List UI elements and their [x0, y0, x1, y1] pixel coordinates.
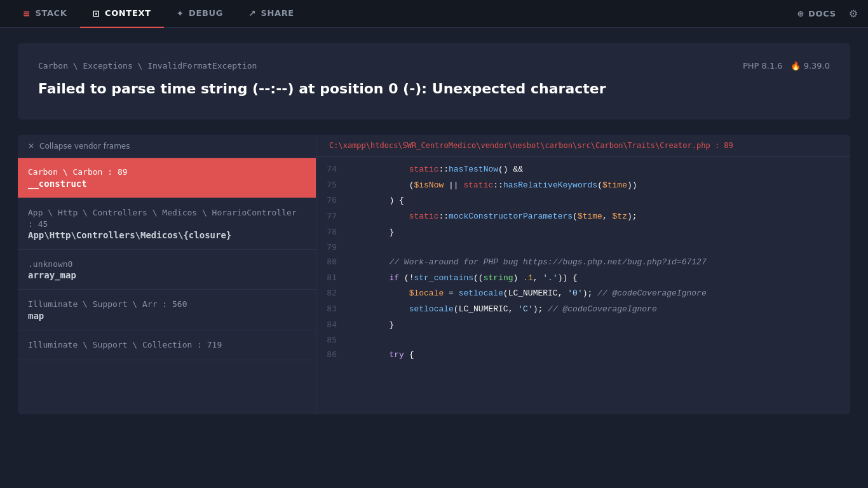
- code-line-74: 74 static::hasTestNow() &&: [316, 162, 850, 178]
- code-view[interactable]: 74 static::hasTestNow() &&75 ($isNow || …: [316, 157, 850, 414]
- code-line-75: 75 ($isNow || static::hasRelativeKeyword…: [316, 178, 850, 194]
- stack-frame-0[interactable]: Carbon \ Carbon : 89 __construct: [18, 158, 316, 198]
- code-line-79: 79: [316, 241, 850, 255]
- nav-left: ≡ STACK ⊡ CONTEXT ✦ DEBUG ↗ SHARE: [10, 0, 797, 28]
- gear-icon: ⚙: [849, 8, 858, 20]
- frame-class-3: Illuminate \ Support \ Arr : 560: [28, 299, 306, 310]
- php-version: PHP 8.1.6: [743, 61, 783, 71]
- code-line-86: 86 try {: [316, 348, 850, 363]
- exception-header: Carbon \ Exceptions \ InvalidFormatExcep…: [38, 61, 830, 71]
- line-code: try {: [349, 349, 414, 362]
- frame-method-3: map: [28, 311, 306, 321]
- stack-frame-3[interactable]: Illuminate \ Support \ Arr : 560 map: [18, 290, 316, 330]
- nav-stack[interactable]: ≡ STACK: [10, 0, 80, 28]
- stack-frame-1[interactable]: App \ Http \ Controllers \ Medicos \ Hor…: [18, 198, 316, 250]
- code-line-81: 81 if (!str_contains((string) .1, '.')) …: [316, 271, 850, 287]
- frame-class-0: Carbon \ Carbon : 89: [28, 167, 306, 177]
- nav-context-label: CONTEXT: [105, 8, 151, 18]
- stack-frame-2[interactable]: .unknown0 array_map: [18, 250, 316, 290]
- docs-label: DOCS: [808, 9, 836, 18]
- docs-icon: ⊕: [797, 9, 805, 18]
- line-number: 86: [316, 349, 349, 359]
- line-number: 80: [316, 257, 349, 266]
- code-line-76: 76 ) {: [316, 193, 850, 209]
- line-number: 84: [316, 320, 349, 329]
- line-code: $locale = setlocale(LC_NUMERIC, '0'); //…: [349, 287, 707, 301]
- frame-method-0: __construct: [28, 179, 306, 189]
- file-path-text: C:\xampp\htdocs\SWR_CentroMedico\vendor\…: [329, 141, 733, 150]
- line-number: 75: [316, 180, 349, 189]
- line-number: 77: [316, 211, 349, 220]
- share-icon: ↗: [248, 8, 256, 18]
- frame-method-1: App\Http\Controllers\Medicos\{closure}: [28, 230, 306, 240]
- collapse-x-icon: ✕: [28, 142, 34, 151]
- nav-stack-label: STACK: [35, 8, 67, 18]
- split-panel: ✕ Collapse vendor frames Carbon \ Carbon…: [18, 135, 850, 414]
- docs-button[interactable]: ⊕ DOCS: [797, 9, 836, 18]
- line-code: static::hasTestNow() &&: [349, 163, 523, 177]
- line-code: // Work-around for PHP bug https://bugs.…: [349, 256, 707, 269]
- main-area: Carbon \ Exceptions \ InvalidFormatExcep…: [0, 28, 868, 430]
- line-number: 83: [316, 304, 349, 313]
- stack-frames-panel: ✕ Collapse vendor frames Carbon \ Carbon…: [18, 135, 316, 414]
- collapse-vendor-button[interactable]: ✕ Collapse vendor frames: [18, 135, 316, 158]
- version-info: PHP 8.1.6 🔥 9.39.0: [743, 61, 830, 71]
- line-code: }: [349, 319, 394, 332]
- nav-right: ⊕ DOCS ⚙: [797, 8, 858, 20]
- code-line-82: 82 $locale = setlocale(LC_NUMERIC, '0');…: [316, 286, 850, 302]
- line-number: 76: [316, 195, 349, 205]
- exception-path: Carbon \ Exceptions \ InvalidFormatExcep…: [38, 61, 257, 71]
- stack-icon: ≡: [23, 8, 31, 18]
- line-code: if (!str_contains((string) .1, '.')) {: [349, 272, 578, 285]
- line-code: }: [349, 226, 394, 240]
- line-number: 78: [316, 227, 349, 236]
- line-number: 82: [316, 288, 349, 297]
- ignition-version-text: 9.39.0: [804, 61, 830, 71]
- nav-context[interactable]: ⊡ CONTEXT: [80, 0, 164, 28]
- ignition-icon: 🔥: [790, 61, 801, 71]
- line-number: 79: [316, 242, 349, 252]
- code-line-84: 84 }: [316, 318, 850, 334]
- top-navigation: ≡ STACK ⊡ CONTEXT ✦ DEBUG ↗ SHARE ⊕ DOCS…: [0, 0, 868, 28]
- code-line-83: 83 setlocale(LC_NUMERIC, 'C'); // @codeC…: [316, 302, 850, 318]
- context-icon: ⊡: [93, 8, 100, 18]
- line-number: 85: [316, 335, 349, 344]
- debug-icon: ✦: [177, 8, 184, 18]
- frame-class-1: App \ Http \ Controllers \ Medicos \ Hor…: [28, 207, 306, 230]
- settings-button[interactable]: ⚙: [849, 8, 858, 20]
- nav-debug[interactable]: ✦ DEBUG: [164, 0, 236, 28]
- line-code: ($isNow || static::hasRelativeKeywords($…: [349, 179, 637, 193]
- nav-debug-label: DEBUG: [189, 8, 223, 18]
- code-line-80: 80 // Work-around for PHP bug https://bu…: [316, 255, 850, 271]
- line-code: ) {: [349, 194, 404, 208]
- frame-class-4: Illuminate \ Support \ Collection : 719: [28, 339, 306, 351]
- error-card: Carbon \ Exceptions \ InvalidFormatExcep…: [18, 43, 850, 119]
- frame-method-2: array_map: [28, 270, 306, 280]
- line-code: setlocale(LC_NUMERIC, 'C'); // @codeCove…: [349, 303, 657, 316]
- collapse-label: Collapse vendor frames: [39, 142, 130, 151]
- ignition-version: 🔥 9.39.0: [790, 61, 830, 71]
- file-path-bar: C:\xampp\htdocs\SWR_CentroMedico\vendor\…: [316, 135, 850, 157]
- line-number: 81: [316, 273, 349, 282]
- line-number-indicator: : 89: [710, 141, 733, 150]
- nav-share[interactable]: ↗ SHARE: [236, 0, 307, 28]
- code-line-77: 77 static::mockConstructorParameters($ti…: [316, 209, 850, 225]
- line-code: static::mockConstructorParameters($time,…: [349, 210, 637, 224]
- code-line-85: 85: [316, 334, 850, 348]
- nav-share-label: SHARE: [261, 8, 294, 18]
- code-panel: C:\xampp\htdocs\SWR_CentroMedico\vendor\…: [316, 135, 850, 414]
- error-message: Failed to parse time string (--:--) at p…: [38, 79, 830, 99]
- code-line-78: 78 }: [316, 225, 850, 241]
- line-number: 74: [316, 164, 349, 173]
- frame-class-2: .unknown0: [28, 259, 306, 270]
- stack-frame-4[interactable]: Illuminate \ Support \ Collection : 719: [18, 330, 316, 360]
